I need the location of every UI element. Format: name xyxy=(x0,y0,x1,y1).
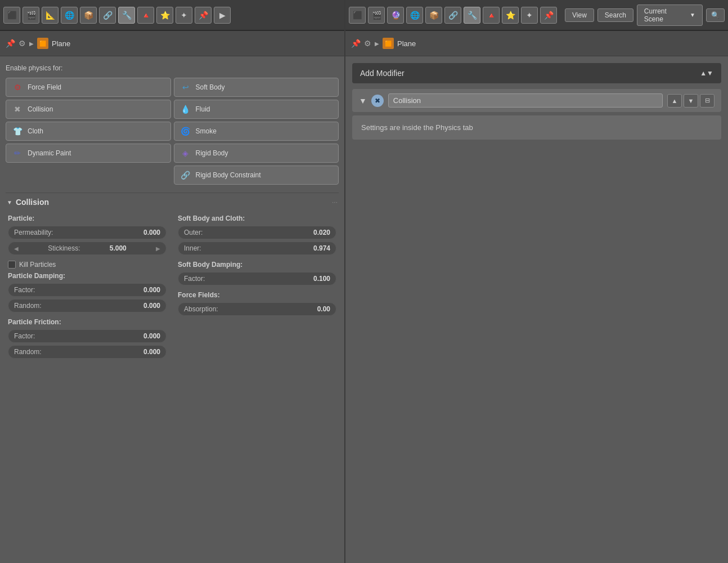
fluid-button[interactable]: 💧 Fluid xyxy=(174,100,339,119)
collision-section-title: Collision xyxy=(16,198,49,207)
soft-body-button[interactable]: ↩ Soft Body xyxy=(174,78,339,97)
collision-left-col: Particle: Permeability: 0.000 ◀ Stickine… xyxy=(8,215,167,364)
fluid-label: Fluid xyxy=(196,105,210,113)
stickiness-row[interactable]: ◀ Stickiness: 5.000 ▶ xyxy=(8,242,167,255)
right-toolbar-icon-physics[interactable]: ⭐ xyxy=(502,7,519,24)
outer-label: Outer: xyxy=(184,229,203,236)
rigid-body-button[interactable]: ◈ Rigid Body xyxy=(174,144,339,163)
pf-factor-label: Factor: xyxy=(14,332,35,340)
toolbar-icon-constraints[interactable]: 🔗 xyxy=(99,7,116,24)
pf-random-label: Random: xyxy=(14,348,42,356)
search-magnify-button[interactable]: 🔍 xyxy=(706,8,725,22)
smoke-button[interactable]: 🌀 Smoke xyxy=(174,122,339,141)
force-field-button[interactable]: ⚙ Force Field xyxy=(6,78,171,97)
pd-random-label: Random: xyxy=(14,302,42,310)
current-scene-label: Current Scene xyxy=(644,7,687,23)
search-button[interactable]: Search xyxy=(597,8,633,22)
modifier-collision-icon: ✖ xyxy=(371,95,384,107)
right-toolbar: ⬛ 🎬 🔮 🌐 📦 🔗 🔧 🔺 ⭐ ✦ 📌 View Search Curren… xyxy=(345,0,728,31)
current-scene-button[interactable]: Current Scene ▼ xyxy=(637,5,703,26)
left-pin-icon[interactable]: 📌 xyxy=(6,39,15,48)
add-modifier-bar[interactable]: Add Modifier ▲▼ xyxy=(352,63,721,83)
modifier-down-button[interactable]: ▼ xyxy=(684,94,698,108)
right-toolbar-icon-object[interactable]: 📦 xyxy=(425,7,442,24)
right-obj-name: Plane xyxy=(397,39,416,48)
dynamic-paint-label: Dynamic Paint xyxy=(28,149,71,157)
left-content: Enable physics for: ⚙ Force Field ↩ Soft… xyxy=(0,56,344,563)
outer-inner-section: Outer: 0.020 Inner: 0.974 xyxy=(178,226,336,255)
toolbar-icon-render[interactable]: 🎬 xyxy=(23,7,39,24)
kill-particles-checkbox[interactable] xyxy=(8,261,16,269)
toolbar-icon-effects[interactable]: ✦ xyxy=(176,7,192,24)
modifier-name-input[interactable] xyxy=(388,93,663,108)
pf-factor-row[interactable]: Factor: 0.000 xyxy=(8,329,167,343)
toolbar-icon-view[interactable]: 🌐 xyxy=(61,7,78,24)
inner-row[interactable]: Inner: 0.974 xyxy=(178,242,336,255)
toolbar-icon-pin[interactable]: 📌 xyxy=(195,7,212,24)
current-scene-arrow: ▼ xyxy=(690,12,695,18)
left-obj-icon: 🟧 xyxy=(37,38,48,49)
particle-damping-section: Particle Damping: Factor: 0.000 Random: … xyxy=(8,272,167,312)
toolbar-icon-play[interactable]: ▶ xyxy=(214,7,231,24)
right-toolbar-icon-wrench[interactable]: 🔧 xyxy=(464,7,480,24)
toolbar-icon-particles[interactable]: 🔺 xyxy=(137,7,154,24)
right-breadcrumb-arrow: ▶ xyxy=(375,41,379,47)
modifier-collision-item: ▼ ✖ ▲ ▼ ⊟ xyxy=(352,89,721,112)
pf-factor-value: 0.000 xyxy=(143,332,160,340)
right-toolbar-icon-effects[interactable]: ✦ xyxy=(521,7,538,24)
absorption-label: Absorption: xyxy=(184,305,218,313)
stickiness-label: Stickiness: xyxy=(48,244,80,252)
soft-body-damping-label: Soft Body Damping: xyxy=(178,261,336,269)
toolbar-icon-wrench[interactable]: 🔧 xyxy=(118,7,135,24)
right-layer-icon[interactable]: ⚙ xyxy=(364,39,371,48)
collision-section-dots[interactable]: ··· xyxy=(332,198,338,206)
add-modifier-arrow-icon: ▲▼ xyxy=(700,69,713,77)
pf-random-row[interactable]: Random: 0.000 xyxy=(8,345,167,359)
cloth-icon: 👕 xyxy=(12,126,23,137)
pd-factor-row[interactable]: Factor: 0.000 xyxy=(8,283,167,297)
toolbar-icon-physics[interactable]: ⭐ xyxy=(156,7,173,24)
stickiness-value: 5.000 xyxy=(110,244,127,252)
modifier-controls: ▲ ▼ ⊟ xyxy=(667,94,714,108)
cloth-button[interactable]: 👕 Cloth xyxy=(6,122,171,141)
dynamic-paint-button[interactable]: ✏ Dynamic Paint xyxy=(6,144,171,163)
sbd-factor-row[interactable]: Factor: 0.100 xyxy=(178,272,336,285)
collision-label: Collision xyxy=(28,105,53,113)
toolbar-icon-layout[interactable]: ⬛ xyxy=(3,7,20,24)
right-toolbar-icon-pin[interactable]: 📌 xyxy=(540,7,557,24)
toolbar-icon-object[interactable]: 📦 xyxy=(80,7,97,24)
modifier-collapse-toggle[interactable]: ▼ xyxy=(359,96,367,105)
right-toolbar-icon-render[interactable]: 🎬 xyxy=(368,7,385,24)
settings-message-text: Settings are inside the Physics tab xyxy=(361,123,473,132)
modifier-menu-button[interactable]: ⊟ xyxy=(700,94,714,108)
right-header-bar: 📌 ⚙ ▶ 🟧 Plane xyxy=(345,31,728,56)
absorption-row[interactable]: Absorption: 0.00 xyxy=(178,302,336,316)
rigid-body-constraint-icon: 🔗 xyxy=(180,169,191,181)
right-nav: View Search Current Scene ▼ 🔍 xyxy=(565,5,725,26)
right-toolbar-icon-particles[interactable]: 🔺 xyxy=(483,7,500,24)
view-button[interactable]: View xyxy=(565,8,594,22)
collision-button[interactable]: ✖ Collision xyxy=(6,100,171,119)
rigid-body-constraint-button[interactable]: 🔗 Rigid Body Constraint xyxy=(174,166,339,185)
stickiness-left-arrow[interactable]: ◀ xyxy=(14,245,19,252)
pd-random-row[interactable]: Random: 0.000 xyxy=(8,299,167,312)
kill-particles-row: Kill Particles xyxy=(8,261,167,269)
permeability-row[interactable]: Permeability: 0.000 xyxy=(8,226,167,239)
collision-right-col: Soft Body and Cloth: Outer: 0.020 Inner:… xyxy=(178,215,336,364)
soft-body-icon: ↩ xyxy=(180,82,191,93)
pd-factor-value: 0.000 xyxy=(143,286,160,294)
right-panel: ⬛ 🎬 🔮 🌐 📦 🔗 🔧 🔺 ⭐ ✦ 📌 View Search Curren… xyxy=(345,0,728,563)
toolbar-icon-output[interactable]: 📐 xyxy=(42,7,59,24)
stickiness-right-arrow[interactable]: ▶ xyxy=(156,245,160,252)
right-toolbar-icon-view[interactable]: 🌐 xyxy=(406,7,423,24)
outer-row[interactable]: Outer: 0.020 xyxy=(178,226,336,239)
left-layer-icon[interactable]: ⚙ xyxy=(19,39,26,48)
right-toolbar-icon-layout[interactable]: ⬛ xyxy=(349,7,366,24)
right-toolbar-icon-output[interactable]: 🔮 xyxy=(387,7,404,24)
particle-damping-label: Particle Damping: xyxy=(8,272,167,280)
right-toolbar-icon-constraints[interactable]: 🔗 xyxy=(444,7,461,24)
modifier-up-button[interactable]: ▲ xyxy=(667,94,682,108)
sbd-factor-value: 0.100 xyxy=(313,275,330,283)
collision-triangle-icon[interactable]: ▼ xyxy=(7,199,12,205)
right-pin-icon[interactable]: 📌 xyxy=(351,39,361,48)
